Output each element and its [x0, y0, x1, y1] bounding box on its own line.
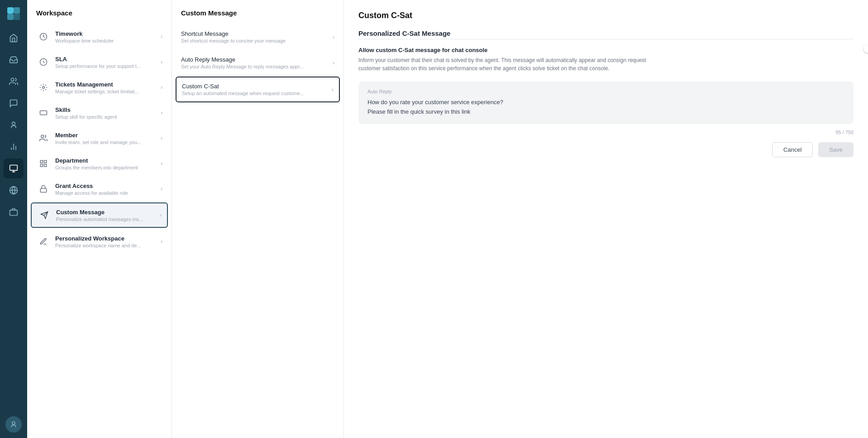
sidebar-item-personalized-workspace[interactable]: Personalized Workspace Personalize works… — [27, 229, 172, 254]
char-count: 95 / 750 — [358, 130, 854, 135]
svg-point-5 — [12, 122, 15, 125]
chevron-icon: › — [161, 59, 162, 65]
sidebar-skills-title: Skills — [55, 106, 161, 113]
auto-reply-title: Auto Reply Message — [181, 56, 333, 63]
sidebar-title: Workspace — [27, 9, 172, 24]
sidebar-department-title: Department — [55, 157, 161, 164]
svg-rect-22 — [44, 160, 47, 163]
sidebar-custom-message-title: Custom Message — [56, 209, 160, 216]
sidebar-item-custom-message[interactable]: Custom Message Personalize automated mes… — [31, 202, 168, 228]
menu-item-auto-reply[interactable]: Auto Reply Message Set your Auto Reply M… — [172, 50, 343, 76]
sidebar-member-title: Member — [55, 132, 161, 139]
svg-rect-0 — [7, 7, 14, 14]
svg-rect-24 — [44, 164, 47, 167]
toggle-label: Allow custom C-Sat message for chat cons… — [358, 47, 844, 53]
chevron-icon: › — [161, 160, 162, 167]
timework-icon — [36, 29, 51, 44]
main-title: Custom C-Sat — [358, 11, 854, 20]
svg-rect-1 — [14, 7, 20, 14]
sidebar: Workspace Timework Workspace time schedu… — [27, 0, 172, 438]
nav-analytics[interactable] — [4, 137, 24, 157]
auto-reply-label: Auto Reply — [367, 89, 844, 94]
nav-users[interactable] — [4, 115, 24, 135]
cancel-button[interactable]: Cancel — [772, 142, 813, 157]
sidebar-item-member[interactable]: Member Invite team, set role and manage … — [27, 125, 172, 151]
svg-point-18 — [43, 87, 45, 89]
sidebar-personalized-workspace-title: Personalized Workspace — [55, 235, 161, 242]
chevron-icon: › — [161, 186, 162, 192]
toggle-desc: Inform your customer that their chat is … — [358, 56, 666, 72]
chevron-icon: › — [161, 135, 162, 141]
sidebar-timework-desc: Workspace time scheduler — [55, 38, 150, 43]
nav-chat[interactable] — [4, 93, 24, 113]
menu-item-custom-csat[interactable]: Custom C-Sat Setup an automated message … — [176, 77, 340, 102]
custom-message-icon — [37, 208, 52, 222]
sidebar-item-sla[interactable]: SLA Setup performance for your support t… — [27, 49, 172, 75]
auto-reply-line1: How do you rate your customer service ex… — [367, 98, 844, 107]
sidebar-item-tickets[interactable]: Tickets Management Manage ticket setting… — [27, 75, 172, 100]
svg-rect-23 — [40, 164, 43, 167]
sidebar-item-grant-access[interactable]: Grant Access Manage access for available… — [27, 176, 172, 202]
middle-panel: Custom Message Shortcut Message Set shor… — [172, 0, 344, 438]
sla-icon — [36, 55, 51, 69]
svg-point-20 — [41, 135, 44, 138]
nav-globe[interactable] — [4, 180, 24, 200]
sidebar-sla-desc: Setup performance for your support t... — [55, 63, 150, 69]
chevron-icon: › — [161, 238, 162, 245]
svg-rect-9 — [10, 165, 18, 171]
sidebar-item-skills[interactable]: Skills Setup skill for specific agent › — [27, 100, 172, 125]
svg-point-4 — [11, 78, 14, 82]
sidebar-personalized-workspace-desc: Personalize workspace name and de... — [55, 243, 150, 248]
svg-rect-14 — [10, 210, 18, 216]
nav-support[interactable] — [4, 202, 24, 222]
auto-reply-desc: Set your Auto Reply Message to reply mes… — [181, 64, 308, 69]
tickets-icon — [36, 80, 51, 95]
chevron-icon: › — [161, 34, 162, 40]
department-icon — [36, 156, 51, 171]
nav-settings[interactable] — [4, 159, 24, 178]
sidebar-item-timework[interactable]: Timework Workspace time scheduler › — [27, 24, 172, 49]
chevron-icon: › — [161, 84, 162, 91]
sidebar-custom-message-desc: Personalize automated messages ins... — [56, 217, 151, 222]
custom-csat-title: Custom C-Sat — [182, 83, 332, 90]
auto-reply-line2: Please fill in the quick survey in this … — [367, 107, 844, 117]
member-icon — [36, 131, 51, 145]
sidebar-timework-title: Timework — [55, 30, 161, 37]
middle-panel-title: Custom Message — [172, 9, 343, 24]
setting-row: Allow custom C-Sat message for chat cons… — [358, 47, 854, 72]
svg-rect-2 — [7, 14, 14, 20]
auto-reply-box: Auto Reply How do you rate your customer… — [358, 82, 854, 124]
sidebar-item-department[interactable]: Department Groups the members into depar… — [27, 151, 172, 176]
chevron-icon: › — [333, 60, 334, 66]
app-logo — [5, 5, 22, 22]
custom-csat-desc: Setup an automated message when request … — [182, 91, 309, 96]
section-title: Personalized C-Sat Message — [358, 29, 854, 37]
save-button[interactable]: Save — [818, 142, 854, 157]
nav-inbox[interactable] — [4, 50, 24, 70]
nav-home[interactable] — [4, 28, 24, 48]
sidebar-tickets-desc: Manage ticket settings, ticket limitati.… — [55, 89, 150, 94]
nav-avatar[interactable] — [5, 416, 22, 433]
chevron-icon: › — [161, 110, 162, 116]
shortcut-message-desc: Set shortcut message to concise your mes… — [181, 38, 308, 43]
sidebar-grant-access-title: Grant Access — [55, 183, 161, 189]
personalized-workspace-icon — [36, 234, 51, 249]
sidebar-tickets-title: Tickets Management — [55, 81, 161, 88]
nav-contacts[interactable] — [4, 72, 24, 91]
shortcut-message-title: Shortcut Message — [181, 30, 333, 37]
chevron-icon: › — [333, 34, 334, 40]
chevron-icon: › — [160, 212, 162, 218]
chevron-icon: › — [332, 87, 334, 93]
svg-rect-21 — [40, 160, 43, 163]
svg-point-15 — [12, 422, 15, 424]
svg-rect-3 — [14, 14, 20, 20]
button-row: Cancel Save — [358, 142, 854, 157]
sidebar-sla-title: SLA — [55, 56, 161, 63]
skills-icon — [36, 106, 51, 120]
svg-rect-25 — [40, 188, 47, 192]
sidebar-member-desc: Invite team, set role and manage you... — [55, 140, 150, 145]
main-content: Custom C-Sat Personalized C-Sat Message … — [344, 0, 868, 438]
menu-item-shortcut-message[interactable]: Shortcut Message Set shortcut message to… — [172, 24, 343, 50]
sidebar-grant-access-desc: Manage access for available role — [55, 190, 150, 196]
sidebar-department-desc: Groups the members into department — [55, 165, 150, 170]
